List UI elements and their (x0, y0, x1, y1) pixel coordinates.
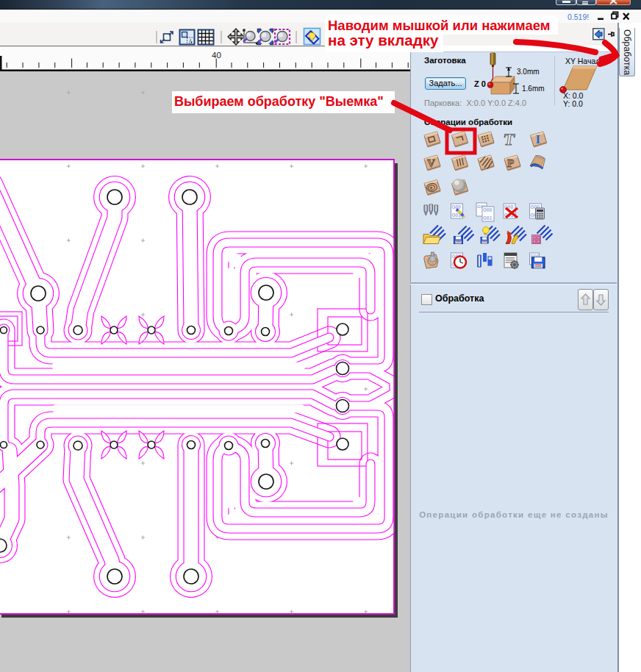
svg-text:V: V (427, 157, 435, 169)
svg-text:T: T (502, 130, 515, 149)
svg-text:I: I (536, 132, 541, 146)
svg-text:P: P (507, 157, 514, 169)
svg-text:40: 40 (212, 51, 221, 60)
